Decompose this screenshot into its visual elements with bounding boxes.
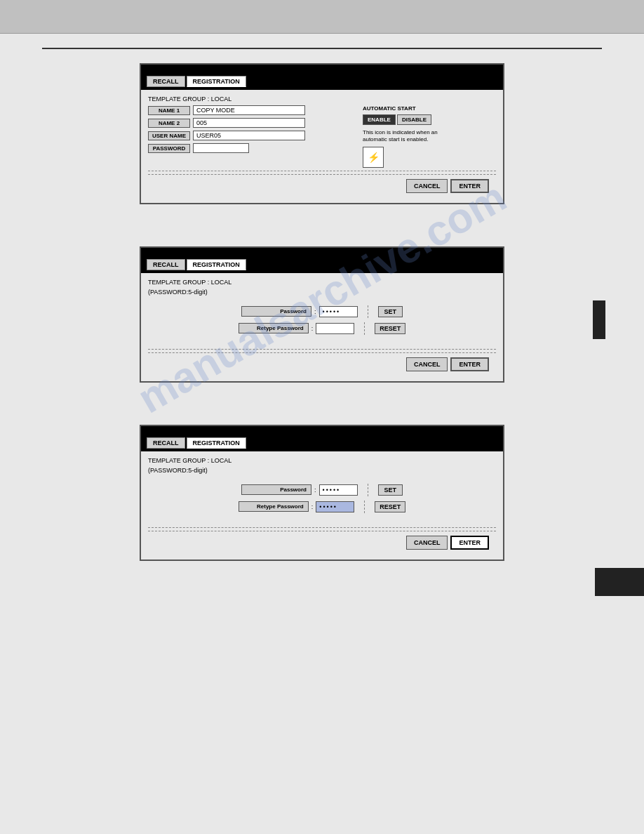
panel2-template-group: TEMPLATE GROUP : LOCAL <box>148 279 496 286</box>
panel3-colon1: : <box>311 486 319 494</box>
panel3-body: TEMPLATE GROUP : LOCAL (PASSWORD:5-digit… <box>141 451 503 560</box>
panel3-retype-input[interactable] <box>316 501 354 512</box>
panel1-password-row: PASSWORD <box>148 143 349 153</box>
panel1: RECALL REGISTRATION TEMPLATE GROUP : LOC… <box>140 63 504 204</box>
panel3-divider2 <box>364 501 365 513</box>
panel2-retype-label: Retype Password <box>239 323 309 333</box>
panel3-retype-row: Retype Password : RESET <box>162 501 482 513</box>
panel1-header: RECALL REGISTRATION <box>141 65 503 90</box>
panel3-tab-recall[interactable]: RECALL <box>147 437 185 449</box>
spacer1 <box>42 225 602 246</box>
panel1-cancel-button[interactable]: CANCEL <box>406 179 448 193</box>
panel2: RECALL REGISTRATION TEMPLATE GROUP : LOC… <box>140 246 504 383</box>
panel2-password-input[interactable] <box>319 306 358 317</box>
panel1-container: RECALL REGISTRATION TEMPLATE GROUP : LOC… <box>42 63 602 204</box>
panel1-enable-button[interactable]: ENABLE <box>363 114 396 125</box>
panel2-retype-row: Retype Password : RESET <box>162 322 482 335</box>
panel1-name2-label: NAME 2 <box>148 119 190 128</box>
panel3-enter-button[interactable]: ENTER <box>450 536 489 550</box>
panel2-password-label: Password <box>241 306 311 317</box>
panel3-action-buttons: CANCEL ENTER <box>148 531 496 554</box>
panel2-separator <box>148 349 496 350</box>
panel3: RECALL REGISTRATION TEMPLATE GROUP : LOC… <box>140 425 504 561</box>
panel2-divider1 <box>368 305 368 318</box>
panel1-fields: NAME 1 NAME 2 USER NAME <box>148 105 349 168</box>
page-content: RECALL REGISTRATION TEMPLATE GROUP : LOC… <box>0 34 644 596</box>
panel1-auto-start-desc: This icon is indicated when an automatic… <box>363 129 454 144</box>
panel2-set-button[interactable]: SET <box>378 306 403 317</box>
page-wrapper: manualsarchive.com RECALL REGISTRATION T… <box>0 0 644 596</box>
panel1-enter-button[interactable]: ENTER <box>450 179 489 193</box>
panel2-enter-button[interactable]: ENTER <box>450 357 489 371</box>
panel2-body: TEMPLATE GROUP : LOCAL (PASSWORD:5-digit… <box>141 273 503 381</box>
panel3-password-form: Password : SET Retype Password : <box>148 477 496 524</box>
panel2-colon2: : <box>309 325 316 332</box>
panel1-template-group: TEMPLATE GROUP : LOCAL <box>148 95 496 102</box>
panel3-password-label: Password <box>241 484 311 495</box>
panel1-tab-recall[interactable]: RECALL <box>147 76 185 87</box>
panel2-colon1: : <box>311 308 319 315</box>
panel1-disable-button[interactable]: DISABLE <box>397 114 431 125</box>
panel3-reset-button[interactable]: RESET <box>375 501 405 512</box>
panel1-name2-input[interactable] <box>193 118 305 128</box>
panel1-password-label: PASSWORD <box>148 144 190 153</box>
panel1-tab-registration[interactable]: REGISTRATION <box>187 76 246 87</box>
panel2-tab-registration[interactable]: REGISTRATION <box>187 259 246 270</box>
panel3-header: RECALL REGISTRATION <box>141 426 503 451</box>
panel1-auto-start: AUTOMATIC START ENABLE DISABLE This icon… <box>356 105 496 168</box>
panel1-body: TEMPLATE GROUP : LOCAL NAME 1 NAME 2 <box>141 90 503 203</box>
panel3-cancel-button[interactable]: CANCEL <box>406 536 448 550</box>
panel3-colon2: : <box>309 503 316 510</box>
panel1-name1-label: NAME 1 <box>148 106 190 115</box>
panel2-password-row: Password : SET <box>162 305 482 318</box>
panel1-username-row: USER NAME <box>148 131 349 140</box>
panel3-separator <box>148 527 496 528</box>
spacer2 <box>42 404 602 425</box>
panel1-auto-start-label: AUTOMATIC START <box>363 105 496 112</box>
panel1-separator <box>148 171 496 171</box>
section-divider <box>42 48 602 49</box>
panel3-template-group: TEMPLATE GROUP : LOCAL <box>148 457 496 464</box>
panel1-auto-start-buttons: ENABLE DISABLE <box>363 114 496 125</box>
panel1-name2-row: NAME 2 <box>148 118 349 128</box>
panel3-set-button[interactable]: SET <box>378 484 403 496</box>
panel3-retype-label: Retype Password <box>239 501 309 512</box>
panel3-password-input[interactable] <box>319 484 358 496</box>
panel2-password-digit: (PASSWORD:5-digit) <box>148 289 496 296</box>
panel3-tab-registration[interactable]: REGISTRATION <box>187 437 246 449</box>
panel1-name1-input[interactable] <box>193 105 305 115</box>
panel2-action-buttons: CANCEL ENTER <box>148 352 496 376</box>
panel1-username-input[interactable] <box>193 131 305 140</box>
panel3-divider1 <box>368 484 368 496</box>
panel1-password-input[interactable] <box>193 143 249 153</box>
panel1-name1-row: NAME 1 <box>148 105 349 115</box>
top-bar <box>0 0 644 34</box>
panel2-cancel-button[interactable]: CANCEL <box>406 357 448 371</box>
panel2-container: RECALL REGISTRATION TEMPLATE GROUP : LOC… <box>42 246 602 383</box>
panel2-reset-button[interactable]: RESET <box>375 323 405 334</box>
panel2-side-tab <box>593 300 605 339</box>
panel2-header: RECALL REGISTRATION <box>141 248 503 273</box>
panel2-tab-recall[interactable]: RECALL <box>147 259 185 270</box>
panel3-password-row: Password : SET <box>162 484 482 496</box>
bottom-right-tab <box>595 568 644 596</box>
auto-start-icon-symbol: ⚡ <box>368 152 380 163</box>
panel2-password-form: Password : SET Retype Password : <box>148 298 496 346</box>
panel1-action-buttons: CANCEL ENTER <box>148 174 496 197</box>
panel1-auto-start-icon: ⚡ <box>363 147 384 168</box>
panel3-container: RECALL REGISTRATION TEMPLATE GROUP : LOC… <box>42 425 602 561</box>
panel1-username-label: USER NAME <box>148 131 190 140</box>
panel2-retype-input[interactable] <box>316 323 354 334</box>
panel2-divider2 <box>364 322 365 335</box>
panel3-password-digit: (PASSWORD:5-digit) <box>148 467 496 474</box>
